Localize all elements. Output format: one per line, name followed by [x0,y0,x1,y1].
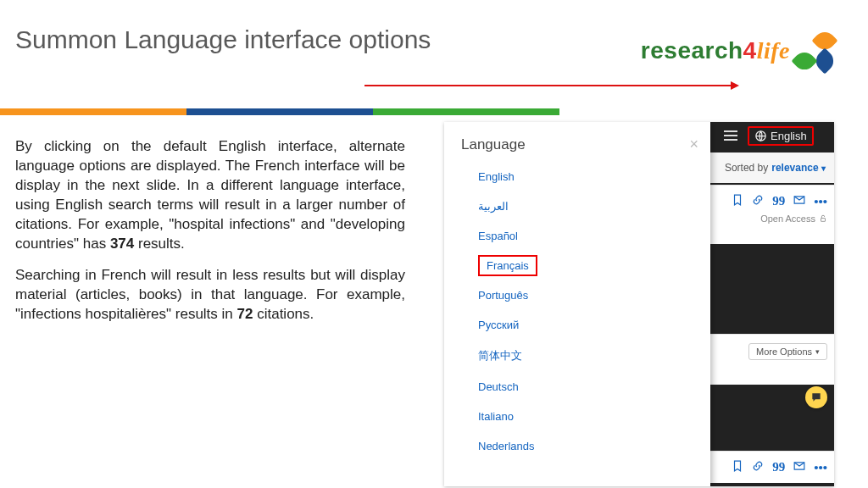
globe-icon [754,130,767,142]
logo-text-left: research [641,37,743,64]
lock-open-icon [819,214,827,224]
language-option[interactable]: Italiano [444,402,710,431]
page-title: Summon Language interface options [15,25,431,54]
research4life-logo: research4life [641,25,834,76]
language-option[interactable]: Русский [444,310,710,340]
summon-screenshot: English Sorted by relevance ▾ 99 ••• Ope… [444,122,834,486]
more-icon[interactable]: ••• [814,194,827,208]
language-popup: Language × EnglishالعربيةEspañolFrançais… [444,122,710,486]
logo-text-mid: 4 [743,37,757,64]
language-option[interactable]: Português [444,280,710,310]
language-option[interactable]: 简体中文 [444,340,710,372]
language-list: EnglishالعربيةEspañolFrançaisPortuguêsРу… [444,162,710,461]
language-option[interactable]: Deutsch [444,372,710,402]
result-row-3: 99 ••• [707,451,834,483]
bookmark-icon[interactable] [732,194,743,208]
more-icon[interactable]: ••• [814,460,827,474]
callout-arrow [364,85,737,86]
cite-icon[interactable]: 99 [772,194,785,208]
cite-icon[interactable]: 99 [772,460,785,474]
paragraph-1: By clicking on the default English inter… [15,137,405,254]
close-icon[interactable]: × [689,136,698,153]
permalink-icon[interactable] [752,460,764,474]
email-icon[interactable] [793,460,805,474]
logo-text-right: life [757,37,790,64]
permalink-icon[interactable] [752,194,764,208]
sort-bar: Sorted by relevance ▾ [690,152,834,183]
more-options-dropdown[interactable]: More Options ▾ [748,343,827,360]
result-row-1: 99 ••• Open Access [707,185,834,244]
language-option[interactable]: Nederlands [444,431,710,461]
paragraph-2: Searching in French will result in less … [15,266,405,324]
language-option[interactable]: Español [444,221,710,251]
language-option[interactable]: العربية [444,191,710,221]
bookmark-icon[interactable] [732,460,743,474]
chat-icon [810,391,822,403]
svg-rect-1 [821,219,826,222]
language-selector-button[interactable]: English [748,126,814,146]
sort-dropdown[interactable]: relevance ▾ [771,162,826,174]
popup-title: Language [461,136,526,153]
logo-mark [795,31,834,70]
chat-help-button[interactable] [805,386,827,408]
sorted-by-label: Sorted by [725,162,768,174]
language-option[interactable]: English [444,162,710,191]
open-access-label: Open Access [760,214,815,224]
screenshot-topbar: English [693,122,834,149]
divider-stripes [0,108,559,115]
result-row-2: More Options ▾ [707,334,834,385]
body-text: By clicking on the default English inter… [15,137,405,336]
menu-icon[interactable] [724,129,737,142]
email-icon[interactable] [793,194,805,208]
current-language-label: English [771,130,807,142]
language-option[interactable]: Français [444,251,710,280]
